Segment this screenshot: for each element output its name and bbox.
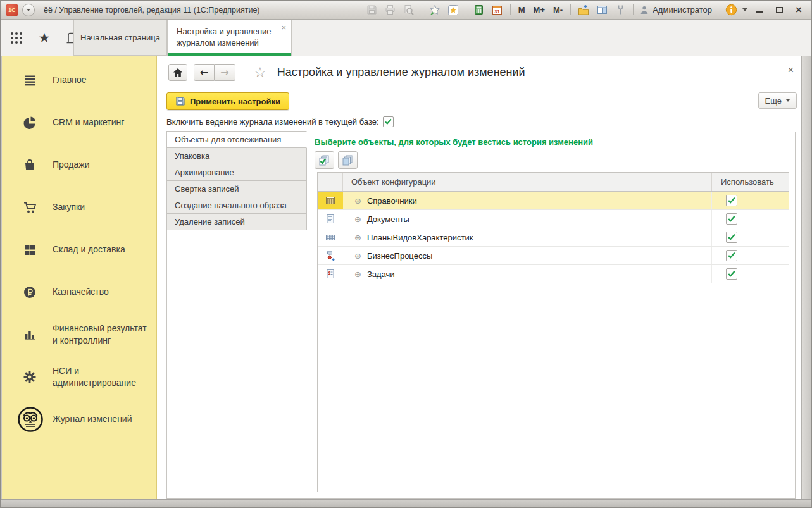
settings-tab-initial-image[interactable]: Создание начального образа	[166, 197, 307, 214]
info-icon[interactable]	[724, 3, 738, 17]
table-row[interactable]: ⊕ Справочники	[318, 192, 789, 210]
sidebar-item-treasury[interactable]: Казначейство	[2, 271, 156, 313]
minimize-icon	[756, 11, 763, 13]
apply-settings-label: Применить настройки	[190, 97, 280, 106]
home-button[interactable]	[168, 64, 187, 81]
table-row[interactable]: ⊕ ПланыВидовХарактеристик	[318, 228, 789, 247]
sidebar-item-warehouse[interactable]: Склад и доставка	[2, 228, 156, 271]
back-button[interactable]: ←	[194, 64, 215, 81]
expand-icon[interactable]: ⊕	[354, 269, 361, 279]
memory-m-minus-button[interactable]: M-	[551, 5, 565, 15]
expand-icon[interactable]: ⊕	[354, 251, 361, 261]
shopping-bag-icon	[22, 158, 37, 172]
use-checkbox[interactable]	[726, 195, 737, 206]
settings-tab-collapse-records[interactable]: Свертка записей	[166, 180, 307, 197]
use-checkbox[interactable]	[726, 250, 737, 261]
calendar-icon[interactable]: 31	[490, 3, 504, 17]
enable-journal-checkbox[interactable]	[383, 116, 394, 127]
check-icon	[727, 214, 736, 223]
split-window-icon[interactable]	[595, 3, 609, 17]
chevron-down-icon	[786, 99, 790, 102]
warehouse-grid-icon	[22, 243, 37, 257]
separator	[422, 4, 422, 15]
separator	[570, 4, 571, 15]
sidebar-item-nsi-administration[interactable]: НСИ и администрирование	[2, 356, 156, 398]
save-icon[interactable]	[365, 3, 379, 17]
settings-tab-archiving[interactable]: Архивирование	[166, 164, 307, 181]
memory-m-button[interactable]: M	[516, 5, 527, 15]
settings-tab-strip: Объекты для отслеживания Упаковка Архиви…	[166, 132, 307, 498]
home-icon	[173, 68, 183, 77]
table-row[interactable]: ⊕ БизнесПроцессы	[318, 247, 789, 265]
chevron-down-icon	[27, 9, 30, 11]
sidebar-item-purchases[interactable]: Закупки	[2, 186, 156, 228]
maximize-icon	[776, 7, 783, 13]
set-all-flags-button[interactable]	[315, 151, 334, 169]
expand-icon[interactable]: ⊕	[354, 196, 361, 206]
favorites-icon[interactable]	[446, 3, 460, 17]
print-preview-icon[interactable]	[402, 3, 416, 17]
main-menu-grid-icon[interactable]	[7, 25, 26, 51]
check-icon	[384, 118, 392, 126]
service-wrench-icon[interactable]	[613, 3, 627, 17]
system-menu-button[interactable]	[22, 4, 35, 16]
open-file-icon[interactable]	[577, 3, 590, 17]
tab-home-page[interactable]: Начальная страница	[73, 20, 167, 56]
table-header: Объект конфигурации Использовать	[318, 173, 789, 192]
minimize-button[interactable]	[752, 4, 767, 16]
title-bar: 1С ёё / Управление торговлей, редакция 1…	[1, 1, 811, 20]
task-icon	[318, 265, 343, 283]
expand-icon[interactable]: ⊕	[354, 214, 361, 224]
object-name: ПланыВидовХарактеристик	[367, 233, 473, 242]
tab-close-icon[interactable]: ×	[281, 23, 286, 32]
tab-journal-settings[interactable]: Настройка и управление журналом изменени…	[167, 20, 292, 56]
calculator-icon[interactable]	[472, 3, 486, 17]
settings-tab-packing[interactable]: Упаковка	[166, 147, 307, 164]
icon-column-header[interactable]	[318, 173, 343, 191]
sidebar-item-main[interactable]: Главное	[2, 59, 156, 101]
maximize-button[interactable]	[771, 4, 787, 16]
print-icon[interactable]	[384, 3, 397, 17]
apply-settings-button[interactable]: Применить настройки	[166, 92, 289, 110]
pages-icon	[342, 154, 354, 166]
use-checkbox[interactable]	[726, 268, 737, 280]
table-row[interactable]: ⊕ Документы	[318, 210, 789, 228]
object-name: Документы	[367, 214, 409, 224]
memory-m-plus-button[interactable]: M+	[532, 5, 547, 15]
section-sidebar: Главное CRM и маркетинг Продажи Закупки	[2, 56, 157, 500]
pie-chart-icon	[22, 116, 37, 130]
favorite-star-icon[interactable]: ☆	[254, 65, 266, 80]
favorites-star-icon[interactable]: ★	[35, 25, 54, 51]
tab-label: Настройка и управление журналом изменени…	[177, 27, 272, 47]
objects-table: Объект конфигурации Использовать ⊕ Справ…	[317, 172, 789, 492]
separator	[718, 4, 718, 15]
sidebar-item-change-journal[interactable]: Журнал изменений	[2, 398, 156, 440]
document-icon	[318, 210, 343, 228]
sidebar-item-crm[interactable]: CRM и маркетинг	[2, 101, 156, 144]
shopping-cart-icon	[22, 201, 37, 214]
info-dropdown-icon[interactable]	[742, 8, 747, 11]
check-icon	[727, 196, 736, 205]
expand-icon[interactable]: ⊕	[354, 233, 361, 242]
ruble-circle-icon	[22, 285, 37, 299]
use-checkbox[interactable]	[726, 232, 737, 243]
sidebar-item-sales[interactable]: Продажи	[2, 144, 156, 186]
window-right-frame	[801, 56, 811, 500]
close-window-button[interactable]: ×	[791, 4, 806, 16]
use-checkbox[interactable]	[726, 213, 737, 225]
name-column-header[interactable]: Объект конфигурации	[343, 173, 711, 191]
forward-button[interactable]: →	[215, 64, 235, 81]
sidebar-item-financial-result[interactable]: Финансовый результат и контроллинг	[2, 313, 156, 356]
use-column-header[interactable]: Использовать	[711, 173, 789, 191]
page-title: Настройка и управление журналом изменени…	[277, 66, 525, 79]
settings-tab-delete-records[interactable]: Удаление записей	[166, 213, 307, 230]
business-process-icon	[318, 247, 343, 264]
form-close-icon[interactable]: ×	[788, 65, 794, 75]
table-row[interactable]: ⊕ Задачи	[318, 265, 789, 283]
settings-tab-objects[interactable]: Объекты для отслеживания	[166, 131, 307, 148]
check-icon	[727, 251, 736, 260]
more-button[interactable]: Еще	[758, 92, 797, 109]
current-user[interactable]: Администратор	[639, 5, 712, 15]
clear-all-flags-button[interactable]	[338, 151, 358, 169]
add-to-favorites-icon[interactable]	[428, 3, 442, 17]
